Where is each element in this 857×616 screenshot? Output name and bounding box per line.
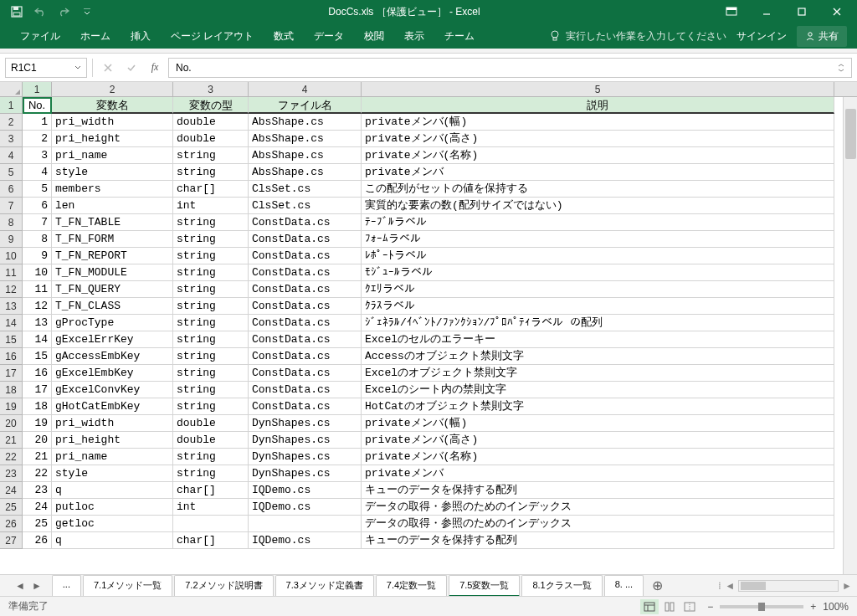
- ribbon-tab[interactable]: 校閲: [354, 24, 394, 49]
- cell[interactable]: string: [173, 315, 249, 331]
- cell[interactable]: 2: [23, 131, 52, 147]
- minimize-button[interactable]: [750, 0, 783, 23]
- cell[interactable]: double: [173, 415, 249, 432]
- ribbon-tab[interactable]: チーム: [434, 24, 485, 49]
- cell[interactable]: 11: [23, 281, 52, 298]
- cancel-icon[interactable]: [98, 59, 118, 77]
- close-button[interactable]: [820, 0, 854, 23]
- cell[interactable]: string: [173, 214, 249, 231]
- cell[interactable]: string: [173, 264, 249, 281]
- row-header[interactable]: 2: [0, 114, 23, 131]
- cell[interactable]: int: [173, 198, 249, 214]
- cell[interactable]: pri_name: [52, 147, 173, 164]
- sheet-tab[interactable]: 7.4定数一覧: [376, 575, 447, 597]
- cell[interactable]: ConstData.cs: [249, 382, 362, 398]
- cell[interactable]: int: [173, 499, 249, 516]
- cell[interactable]: キューのデータを保持する配列: [362, 482, 834, 499]
- ribbon-display-icon[interactable]: [715, 0, 748, 23]
- expand-icon[interactable]: [838, 64, 844, 72]
- cell[interactable]: privateメンバ(幅): [362, 114, 834, 131]
- row-header[interactable]: 5: [0, 164, 23, 181]
- cell[interactable]: AbsShape.cs: [249, 114, 362, 131]
- cell[interactable]: 17: [23, 382, 52, 398]
- ribbon-tab[interactable]: 表示: [394, 24, 434, 49]
- cell[interactable]: char[]: [173, 482, 249, 499]
- cell[interactable]: T_FN_TABLE: [52, 214, 173, 231]
- cell[interactable]: ConstData.cs: [249, 214, 362, 231]
- cell[interactable]: 実質的な要素の数(配列サイズではない): [362, 198, 834, 214]
- cell[interactable]: IQDemo.cs: [249, 532, 362, 549]
- sheet-tab[interactable]: 8. ...: [604, 575, 644, 597]
- cell[interactable]: ﾌｫｰﾑラベル: [362, 231, 834, 248]
- cell[interactable]: double: [173, 114, 249, 131]
- sheet-tab[interactable]: 7.3メソッド定義書: [275, 575, 374, 597]
- cell[interactable]: この配列がセットの値を保持する: [362, 181, 834, 198]
- save-icon[interactable]: [10, 5, 23, 18]
- col-header[interactable]: 2: [52, 82, 173, 96]
- row-header[interactable]: 25: [0, 499, 23, 516]
- table-header-cell[interactable]: No.: [23, 97, 52, 114]
- sheet-tab[interactable]: 7.2メソッド説明書: [174, 575, 273, 597]
- cell[interactable]: privateメンバ(高さ): [362, 131, 834, 147]
- cell[interactable]: ﾃｰﾌﾞﾙラベル: [362, 214, 834, 231]
- sheet-tab[interactable]: 7.1メソッド一覧: [83, 575, 172, 597]
- cell[interactable]: pri_height: [52, 131, 173, 147]
- cell[interactable]: Excelのシート内の禁則文字: [362, 382, 834, 398]
- cell[interactable]: 13: [23, 315, 52, 331]
- cell[interactable]: ｸﾗｽラベル: [362, 298, 834, 315]
- cell[interactable]: 16: [23, 365, 52, 382]
- cell[interactable]: pri_width: [52, 114, 173, 131]
- cell[interactable]: gAccessEmbKey: [52, 348, 173, 365]
- cell[interactable]: string: [173, 147, 249, 164]
- cell[interactable]: ﾓｼﾞｭｰﾙラベル: [362, 264, 834, 281]
- select-all-corner[interactable]: [0, 82, 23, 96]
- zoom-control[interactable]: − + 100%: [707, 601, 849, 613]
- cell[interactable]: string: [173, 281, 249, 298]
- zoom-out-icon[interactable]: −: [707, 601, 713, 613]
- cell[interactable]: 1: [23, 114, 52, 131]
- sheet-tab[interactable]: ...: [52, 575, 81, 597]
- row-header[interactable]: 26: [0, 516, 23, 532]
- cell[interactable]: ConstData.cs: [249, 315, 362, 331]
- cell[interactable]: データの取得・参照のためのインデックス: [362, 516, 834, 532]
- cell[interactable]: string: [173, 164, 249, 181]
- cell[interactable]: Excelのセルのエラーキー: [362, 331, 834, 348]
- hscroll-right-icon[interactable]: ►: [842, 580, 852, 592]
- cell[interactable]: 20: [23, 432, 52, 449]
- qat-dropdown-icon[interactable]: [80, 5, 94, 18]
- cell[interactable]: double: [173, 131, 249, 147]
- cell[interactable]: T_FN_QUERY: [52, 281, 173, 298]
- cell[interactable]: string: [173, 465, 249, 482]
- cell[interactable]: privateメンバ(名称): [362, 147, 834, 164]
- cell[interactable]: gExcelConvKey: [52, 382, 173, 398]
- cell[interactable]: DynShapes.cs: [249, 415, 362, 432]
- enter-icon[interactable]: [121, 59, 141, 77]
- cell[interactable]: ConstData.cs: [249, 331, 362, 348]
- cell[interactable]: ConstData.cs: [249, 398, 362, 415]
- row-header[interactable]: 16: [0, 348, 23, 365]
- cell[interactable]: ClsSet.cs: [249, 181, 362, 198]
- cell[interactable]: 12: [23, 298, 52, 315]
- ribbon-tab[interactable]: ファイル: [10, 24, 70, 49]
- row-header[interactable]: 12: [0, 281, 23, 298]
- hscroll-left-icon[interactable]: ◄: [725, 580, 735, 592]
- ribbon-tab[interactable]: 数式: [264, 24, 304, 49]
- cell[interactable]: ConstData.cs: [249, 231, 362, 248]
- sheet-tab[interactable]: 8.1クラス一覧: [521, 575, 602, 597]
- cell[interactable]: string: [173, 331, 249, 348]
- ribbon-tab[interactable]: ホーム: [70, 24, 121, 49]
- cell[interactable]: T_FN_REPORT: [52, 248, 173, 264]
- cell[interactable]: 3: [23, 147, 52, 164]
- col-header[interactable]: 4: [249, 82, 362, 96]
- row-header[interactable]: 10: [0, 248, 23, 264]
- cell[interactable]: privateメンバ(高さ): [362, 432, 834, 449]
- name-box[interactable]: R1C1: [5, 58, 87, 78]
- cell[interactable]: DynShapes.cs: [249, 465, 362, 482]
- cell[interactable]: string: [173, 298, 249, 315]
- cell[interactable]: privateメンバ(幅): [362, 415, 834, 432]
- cell[interactable]: 22: [23, 465, 52, 482]
- cell[interactable]: double: [173, 432, 249, 449]
- spreadsheet-grid[interactable]: 1 2 3 4 5 1No.変数名変数の型ファイル名説明21pri_widthd…: [0, 82, 857, 574]
- cell[interactable]: IQDemo.cs: [249, 499, 362, 516]
- cell[interactable]: ConstData.cs: [249, 365, 362, 382]
